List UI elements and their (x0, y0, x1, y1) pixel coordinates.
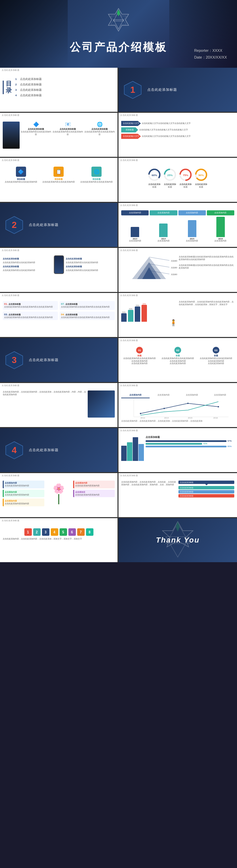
svg-text:75%: 75% (183, 174, 188, 177)
toc-title: 目录 (6, 81, 12, 94)
svg-text:3: 3 (12, 355, 17, 365)
cover-title: 公司产品介绍模板 (70, 40, 167, 55)
cover-info: Reporter：XXXX Date：20XX/XX/XX (194, 47, 227, 61)
slide-19: 点击此处添加标题 点击添加标题 57% 41% (118, 428, 237, 472)
svg-text:点击添加标题: 点击添加标题 (171, 273, 177, 275)
hex-3-icon: 3 (5, 351, 24, 369)
slide-22: 点击此处添加标题 1 2 3 4 5 6 7 8 点击此处添加内容，点击此处添加… (0, 518, 117, 562)
section-4-slide: 4 点击此处添加标题 (0, 428, 117, 472)
slide-13: 点击此处添加标题 51% 41% 31% (118, 293, 237, 337)
cover-slide: 公司产品介绍模板 Reporter：XXXX Date：20XX/XX/XX (0, 0, 237, 68)
svg-point-41 (218, 406, 219, 407)
slide-9: 点击此处添加标题 点击添加内容 点击添加内容 点击添加内容 点击添加内容 201… (118, 203, 237, 247)
hex-1-icon: 1 (124, 81, 142, 99)
slide-4: 点击此处添加标题 🔷 点击此处添加标题 点击此处添加内容点击此处添加内容 📧 (0, 113, 117, 157)
svg-line-24 (149, 257, 169, 260)
toc-item-2: 点击此处添加标题 (20, 82, 42, 87)
section-3-slide: 3 点击此处添加标题 (0, 338, 117, 382)
line-chart: 2013 2014 2015 2016 (121, 398, 234, 419)
phone-mockup (54, 255, 64, 274)
svg-text:90%: 90% (198, 174, 204, 177)
slide-16: 点击此处添加标题 点击此处添加内容，点击此处添加内容，点击此处添加，点击此处添加… (0, 383, 117, 427)
svg-text:点击添加标题: 点击添加标题 (171, 267, 177, 269)
svg-point-38 (140, 413, 141, 414)
thank-you-star-icon (157, 520, 198, 560)
tab-1[interactable]: 点击添加内容 (121, 393, 150, 398)
section-3-title: 点击此处添加标题 (29, 358, 59, 362)
svg-text:25%: 25% (167, 174, 173, 177)
toc-slide: 点击此处添加标题 目录 1点击此处添加标题 2点击此处添加标题 3点击此处添加标… (0, 68, 117, 112)
reporter-label: Reporter：XXXX (194, 47, 227, 54)
tab-2[interactable]: 点击添加内容 (150, 393, 178, 398)
section-4-title: 点击此处添加标题 (29, 448, 59, 452)
slide-5: 点击此处添加标题 点击此处输入文字 点击此处输入文字点击此处输入文字点击此处输入… (118, 113, 237, 157)
toc-item-1: 点击此处添加标题 (20, 77, 42, 82)
slide-6: 点击此处添加标题 🔷 添加标题 点击此处添加内容点击此处添加内容 📋 添加标题 … (0, 158, 117, 202)
svg-text:2015: 2015 (188, 417, 193, 419)
svg-text:60%: 60% (152, 174, 157, 177)
slide-7: 点击此处添加标题 60% 点击此处添加 标题 (118, 158, 237, 202)
hex-4-icon: 4 (5, 441, 24, 460)
tab-4[interactable]: 点击添加内容 (206, 393, 235, 398)
toc-item-3: 点击此处添加标题 (20, 87, 42, 93)
date-label: Date：20XX/XX/XX (194, 54, 227, 61)
slide-21: 点击此处添加标题 点击此处添加内容，点击此处添加内容，点击此处，点击此处添加内容… (118, 473, 237, 517)
section-2-slide: 2 点击此处添加标题 (0, 203, 117, 247)
section-1-title: 点击此处添加标题 (147, 87, 177, 92)
svg-text:2013: 2013 (141, 417, 145, 419)
svg-text:2: 2 (12, 220, 17, 230)
hex-2-icon: 2 (5, 216, 24, 234)
svg-point-39 (164, 408, 165, 409)
toc-list: 1点击此处添加标题 2点击此处添加标题 3点击此处添加标题 4点击此处添加标题 (15, 77, 42, 98)
tab-3[interactable]: 点击添加内容 (178, 393, 206, 398)
pyramid-chart: 点击添加标题 点击添加标题 点击添加标题 (121, 255, 177, 282)
svg-text:点击添加标题: 点击添加标题 (171, 260, 177, 262)
toc-item-4: 点击此处添加标题 (20, 93, 42, 98)
slide-15: 点击此处添加标题 01 标题 点击此处添加内容点击此处添加内容 点击此处添加内容… (118, 338, 237, 382)
slide-20: 点击此处添加标题 点击添加内容 点击此处添加内容添加内容 点击添加内容 点击此处… (0, 473, 117, 517)
slide-label-2: 点击此处添加标题 (2, 69, 19, 72)
slide-11: 点击此处添加标题 点击添加标题 点击添加标题 点击添加标题 点击此处添加标题点击… (118, 248, 237, 292)
section-2-title: 点击此处添加标题 (29, 223, 59, 227)
svg-text:2016: 2016 (213, 417, 218, 419)
slide-17: 点击此处添加标题 点击添加内容 点击添加内容 点击添加内容 点击添加内容 201… (118, 383, 237, 427)
svg-text:1: 1 (130, 85, 135, 95)
svg-point-40 (187, 403, 189, 404)
slide-12: 点击此处添加标题 01. 点击添加标题 点击此处添加内容点击此处添加内容点击此处… (0, 293, 117, 337)
slide-grid: 点击此处添加标题 目录 1点击此处添加标题 2点击此处添加标题 3点击此处添加标… (0, 68, 237, 562)
svg-marker-47 (176, 522, 180, 532)
tree-icon: 🌸 (53, 483, 65, 494)
svg-text:2014: 2014 (164, 417, 169, 419)
slide-10: 点击此处添加标题 点击此处添加标题 点击此处添加内容点击此处添加内容 点击此处添… (0, 248, 117, 292)
section-1-slide: 1 点击此处添加标题 (118, 68, 237, 112)
svg-text:4: 4 (12, 445, 17, 455)
thank-you-slide: Thank You (118, 518, 237, 562)
